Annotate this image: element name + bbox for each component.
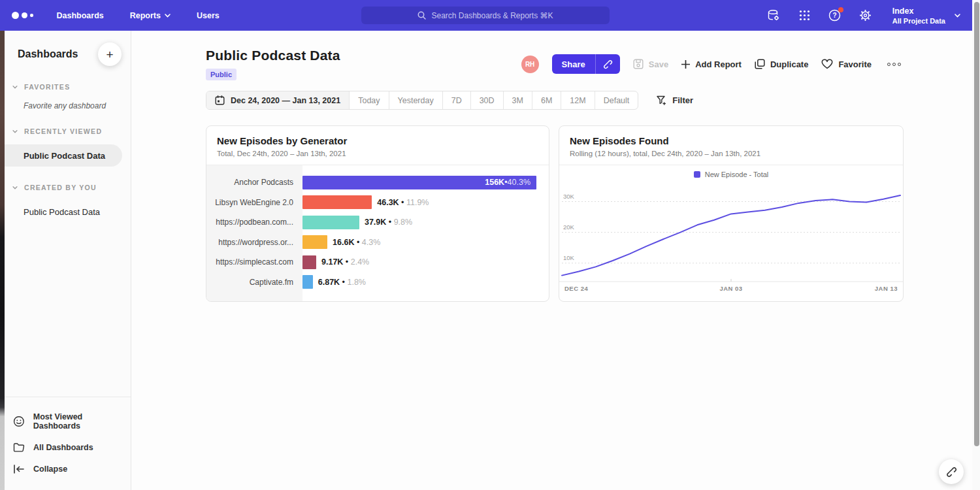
data-management-icon[interactable] <box>767 9 781 22</box>
add-dashboard-button[interactable]: + <box>98 42 122 66</box>
preset-yesterday[interactable]: Yesterday <box>389 91 443 109</box>
collapse-left-icon <box>13 465 25 474</box>
bar[interactable] <box>302 255 316 269</box>
calendar-icon <box>215 95 225 105</box>
project-switcher[interactable]: Index All Project Data <box>892 6 960 25</box>
most-viewed-dashboards-button[interactable]: Most Viewed Dashboards <box>5 406 131 436</box>
section-label: CREATED BY YOU <box>24 184 97 191</box>
main-content: Public Podcast Data Public RH Share Save <box>131 31 972 490</box>
bar-category-label: https://podbean.com... <box>206 218 302 227</box>
link-icon <box>946 466 957 478</box>
footer-item-label: All Dashboards <box>33 443 93 452</box>
bar[interactable] <box>302 235 327 249</box>
project-name: Index <box>892 6 945 17</box>
floating-link-button[interactable] <box>939 459 964 484</box>
legend-swatch <box>694 171 700 178</box>
preset-default[interactable]: Default <box>595 91 638 109</box>
top-navbar: Dashboards Reports Users Search Dashboar… <box>0 0 972 31</box>
nav-item-reports[interactable]: Reports <box>130 11 171 20</box>
bar-row[interactable]: https://wordpress.or...16.6K • 4.3% <box>206 233 549 253</box>
preset-12m[interactable]: 12M <box>561 91 595 109</box>
bar-row[interactable]: https://podbean.com...37.9K • 9.8% <box>206 212 549 233</box>
avatar[interactable]: RH <box>521 56 539 73</box>
search-icon <box>417 11 426 20</box>
search-input[interactable]: Search Dashboards & Reports ⌘K <box>361 7 610 24</box>
bar-value-label: 9.17K • 2.4% <box>321 257 369 267</box>
bar-row[interactable]: Captivate.fm6.87K • 1.8% <box>206 272 549 293</box>
sidebar-item-label: Public Podcast Data <box>24 151 105 161</box>
bar-value-label: 156K • 40.3% <box>485 176 531 189</box>
share-link-button[interactable] <box>595 54 620 74</box>
bar[interactable] <box>302 275 313 289</box>
filter-button[interactable]: Filter <box>657 95 693 106</box>
sidebar-item-label: Public Podcast Data <box>24 207 100 217</box>
duplicate-label: Duplicate <box>770 59 809 69</box>
preset-30d[interactable]: 30D <box>471 91 504 109</box>
project-subtitle: All Project Data <box>892 17 945 25</box>
bar-row[interactable]: Libsyn WebEngine 2.046.3K • 11.9% <box>206 193 549 213</box>
footer-item-label: Collapse <box>33 465 67 474</box>
sidebar-section-recently-viewed[interactable]: RECENTLY VIEWED <box>5 127 131 135</box>
page-title: Public Podcast Data <box>206 48 340 63</box>
nav-item-users[interactable]: Users <box>197 11 220 20</box>
search-placeholder: Search Dashboards & Reports ⌘K <box>431 11 553 20</box>
chart-title: New Episodes by Generator <box>217 135 538 146</box>
all-dashboards-button[interactable]: All Dashboards <box>5 436 131 459</box>
chart-title: New Episodes Found <box>570 135 892 146</box>
bar[interactable] <box>302 195 372 209</box>
svg-text:DEC 24: DEC 24 <box>564 285 588 292</box>
share-split-button: Share <box>552 54 620 74</box>
window-scrollbar-thumb[interactable] <box>974 2 979 446</box>
save-label: Save <box>649 59 668 69</box>
help-icon[interactable]: ? <box>828 9 841 22</box>
date-range-value: Dec 24, 2020 — Jan 13, 2021 <box>231 96 340 105</box>
sidebar-item-public-podcast-data[interactable]: Public Podcast Data <box>5 144 122 167</box>
line-chart-card: New Episodes Found Rolling (12 hours), t… <box>559 125 904 302</box>
save-icon <box>633 59 644 69</box>
window-scrollbar-track[interactable] <box>972 0 980 490</box>
bar-row[interactable]: Anchor Podcasts156K • 40.3% <box>206 172 549 193</box>
save-button[interactable]: Save <box>633 59 668 69</box>
add-report-button[interactable]: Add Report <box>681 59 742 69</box>
svg-text:30K: 30K <box>563 193 575 200</box>
favorite-label: Favorite <box>838 59 872 69</box>
favorites-empty-hint: Favorite any dashboard <box>5 91 131 110</box>
duplicate-icon <box>755 59 765 69</box>
svg-text:JAN 03: JAN 03 <box>719 285 742 292</box>
sidebar-section-created-by-you[interactable]: CREATED BY YOU <box>5 184 131 191</box>
preset-today[interactable]: Today <box>350 91 389 109</box>
sidebar-item-public-podcast-data-created[interactable]: Public Podcast Data <box>5 201 122 223</box>
favorite-button[interactable]: Favorite <box>821 59 872 69</box>
sidebar-section-favorites[interactable]: FAVORITES <box>5 83 131 91</box>
footer-item-label: Most Viewed Dashboards <box>33 412 131 431</box>
preset-7d[interactable]: 7D <box>443 91 471 109</box>
mixpanel-logo-icon[interactable] <box>12 12 33 19</box>
bar-row[interactable]: https://simplecast.com9.17K • 2.4% <box>206 252 549 272</box>
legend-label: New Episode - Total <box>705 171 769 178</box>
nav-item-dashboards[interactable]: Dashboards <box>57 11 104 20</box>
line-chart-plot[interactable]: 10K20K30KDEC 24JAN 03JAN 13 <box>559 178 903 296</box>
date-range-picker[interactable]: Dec 24, 2020 — Jan 13, 2021 <box>206 91 350 109</box>
sidebar-title: Dashboards <box>18 48 78 60</box>
preset-label: 3M <box>512 96 523 105</box>
duplicate-button[interactable]: Duplicate <box>755 59 809 69</box>
svg-text:10K: 10K <box>563 254 575 261</box>
notification-badge <box>838 7 843 12</box>
bar-category-label: Captivate.fm <box>206 278 302 287</box>
chart-subtitle: Rolling (12 hours), total, Dec 24th, 202… <box>570 150 892 157</box>
preset-6m[interactable]: 6M <box>532 91 561 109</box>
svg-text:?: ? <box>832 12 836 19</box>
bar-value-label: 16.6K • 4.3% <box>333 238 380 247</box>
apps-grid-icon[interactable] <box>799 10 810 21</box>
date-range-control: Dec 24, 2020 — Jan 13, 2021 Today Yester… <box>206 91 638 110</box>
more-options-button[interactable] <box>885 60 904 69</box>
preset-3m[interactable]: 3M <box>504 91 532 109</box>
chart-subtitle: Total, Dec 24th, 2020 – Jan 13th, 2021 <box>217 150 538 157</box>
bar[interactable]: 156K • 40.3% <box>302 176 536 189</box>
settings-gear-icon[interactable] <box>859 9 872 22</box>
background-window-edge <box>0 31 5 490</box>
collapse-sidebar-button[interactable]: Collapse <box>5 459 131 480</box>
svg-text:JAN 13: JAN 13 <box>875 285 898 292</box>
bar[interactable] <box>302 216 359 229</box>
share-button[interactable]: Share <box>552 54 595 74</box>
